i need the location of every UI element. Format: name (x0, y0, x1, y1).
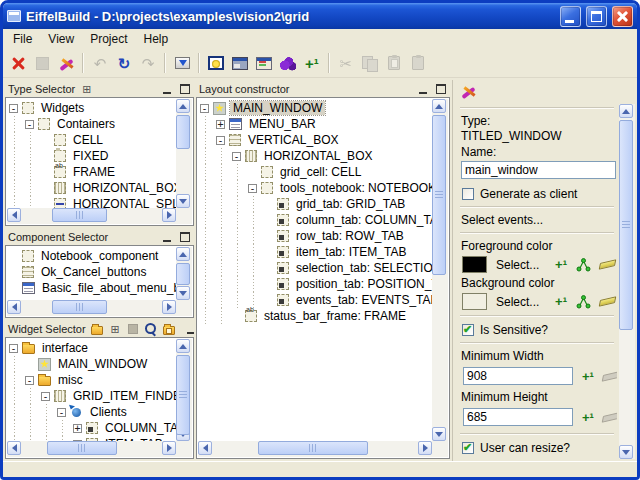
scroll-left-button[interactable] (7, 208, 21, 222)
expand-icon[interactable]: + (73, 424, 82, 433)
copy-button[interactable] (358, 51, 382, 75)
component-box-button[interactable] (126, 322, 141, 337)
collapse-icon[interactable]: - (57, 408, 66, 417)
panel-minimize-button[interactable] (417, 84, 430, 95)
tile-view-button[interactable]: ⊞ (79, 82, 94, 97)
scroll-right-button[interactable] (162, 208, 176, 222)
redo-button[interactable]: ↷ (136, 51, 160, 75)
apply-once-icon[interactable]: +¹ (555, 296, 567, 308)
expand-all-button[interactable]: ⊞ (108, 322, 123, 337)
tree-row[interactable]: +COLUMN_TAB (7, 420, 192, 436)
apply-once-icon[interactable]: +¹ (555, 259, 567, 271)
tree-row[interactable]: row_tab: ROW_TAB (198, 228, 448, 244)
tree-row[interactable]: events_tab: EVENTS_TAB (198, 292, 448, 308)
tree-row[interactable]: +MENU_BAR (198, 116, 448, 132)
user-can-resize-checkbox[interactable]: ✔ (462, 442, 474, 454)
widget-selector-header[interactable]: Widget Selector ⊞ (5, 320, 194, 337)
build-tool-button[interactable] (54, 51, 78, 75)
scroll-down-button[interactable] (176, 286, 190, 300)
scrollbar-thumb[interactable] (52, 208, 107, 222)
tree-row[interactable]: -MAIN_WINDOW (198, 100, 448, 116)
scrollbar-thumb[interactable] (176, 115, 190, 149)
collapse-icon[interactable]: - (200, 104, 209, 113)
vertical-scrollbar[interactable] (176, 247, 192, 300)
tree-row[interactable]: -Containers (7, 116, 192, 132)
expand-icon[interactable]: + (216, 120, 225, 129)
scroll-left-button[interactable] (198, 441, 212, 455)
scroll-up-button[interactable] (176, 247, 190, 261)
scrollbar-thumb[interactable] (47, 441, 117, 455)
panel-minimize-button[interactable] (185, 324, 194, 335)
collapse-icon[interactable]: - (41, 392, 50, 401)
properties-scrollbar[interactable] (619, 104, 635, 459)
scroll-right-button[interactable] (418, 441, 432, 455)
collapse-icon[interactable]: - (9, 104, 18, 113)
component-selector-header[interactable]: Component Selector (5, 228, 194, 245)
scroll-up-button[interactable] (176, 339, 190, 353)
scroll-left-button[interactable] (7, 441, 21, 455)
minimize-button[interactable] (560, 6, 581, 27)
background-select-button[interactable]: Select... (496, 295, 546, 309)
tree-row[interactable]: MAIN_WINDOW (7, 356, 192, 372)
tree-row[interactable]: column_tab: COLUMN_TAB (198, 212, 448, 228)
title-bar[interactable]: EiffelBuild - D:\projects\examples\visio… (3, 3, 637, 29)
tree-row[interactable]: -Clients (7, 404, 192, 420)
tree-row[interactable]: Basic_file_about_menu_bar (7, 280, 192, 296)
new-folder-button[interactable] (162, 322, 177, 337)
scrollbar-thumb[interactable] (432, 115, 446, 275)
collapse-icon[interactable]: - (25, 120, 34, 129)
search-button[interactable] (144, 322, 159, 337)
paste-button[interactable] (406, 51, 430, 75)
horizontal-scrollbar[interactable] (7, 300, 176, 316)
collapse-icon[interactable]: - (232, 152, 241, 161)
tree-row[interactable]: item_tab: ITEM_TAB (198, 244, 448, 260)
scrollbar-thumb[interactable] (619, 120, 633, 330)
tree-row[interactable]: selection_tab: SELECTION_TAB (198, 260, 448, 276)
eraser-icon[interactable] (599, 296, 617, 307)
vertical-scrollbar[interactable] (176, 99, 192, 208)
scrollbar-thumb[interactable] (258, 441, 368, 455)
tree-row[interactable]: FRAME (7, 164, 192, 180)
tree-row[interactable]: Ok_Cancel_buttons (7, 264, 192, 280)
tree-row[interactable]: Notebook_component (7, 248, 192, 264)
name-input[interactable] (461, 161, 616, 179)
tree-row[interactable]: -HORIZONTAL_BOX (198, 148, 448, 164)
collapse-icon[interactable]: - (248, 184, 257, 193)
tree-row[interactable]: HORIZONTAL_BOX (7, 180, 192, 196)
paste-special-button[interactable] (382, 51, 406, 75)
scroll-up-button[interactable] (432, 99, 446, 113)
scroll-down-button[interactable] (176, 194, 190, 208)
tree-row[interactable]: FIXED (7, 148, 192, 164)
menu-project[interactable]: Project (82, 30, 135, 48)
select-events-button[interactable]: Select events... (461, 213, 615, 227)
scroll-up-button[interactable] (176, 99, 190, 113)
scrollbar-thumb[interactable] (52, 300, 107, 314)
collapse-icon[interactable]: - (216, 136, 225, 145)
undo-button[interactable]: ↶ (88, 51, 112, 75)
type-selector-header[interactable]: Type Selector ⊞ (5, 80, 194, 97)
tree-row[interactable]: -GRID_ITEM_FINDER (7, 388, 192, 404)
menu-file[interactable]: File (5, 30, 40, 48)
tree-row[interactable]: status_bar_frame: FRAME (198, 308, 448, 324)
panel-minimize-button[interactable] (161, 232, 174, 243)
minimum-width-input[interactable] (463, 367, 573, 385)
scroll-up-button[interactable] (619, 104, 633, 118)
collapse-icon[interactable]: - (9, 344, 18, 353)
tree-row[interactable]: -tools_notebook: NOTEBOOK (198, 180, 448, 196)
folder-button[interactable] (90, 322, 105, 337)
tree-row[interactable]: position_tab: POSITION_TAB (198, 276, 448, 292)
scroll-left-button[interactable] (7, 300, 21, 314)
vertical-scrollbar[interactable] (432, 99, 448, 441)
tree-row[interactable]: grid_tab: GRID_TAB (198, 196, 448, 212)
tree-row[interactable]: -interface (7, 340, 192, 356)
menu-view[interactable]: View (40, 30, 82, 48)
scroll-down-button[interactable] (432, 427, 446, 441)
scroll-right-button[interactable] (162, 300, 176, 314)
window-settings-button[interactable] (204, 51, 228, 75)
build-tool-icon[interactable] (460, 83, 477, 100)
close-button[interactable] (612, 6, 633, 27)
window-preview-button[interactable] (228, 51, 252, 75)
apply-once-icon[interactable]: +¹ (582, 412, 594, 424)
is-sensitive-checkbox[interactable]: ✔ (462, 324, 474, 336)
save-button[interactable] (30, 51, 54, 75)
